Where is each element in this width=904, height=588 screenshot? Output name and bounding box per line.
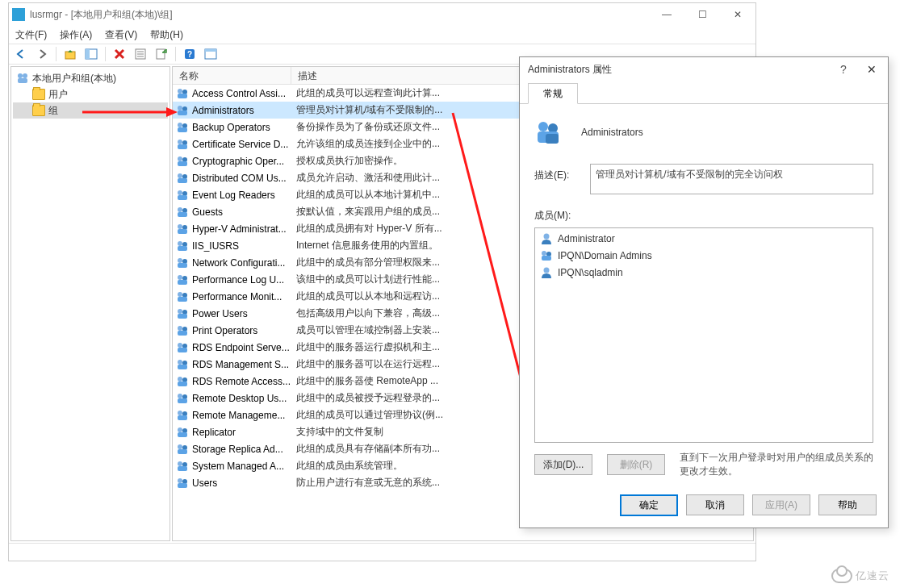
properties-button[interactable] [132,45,149,63]
group-icon [176,155,189,168]
group-name: Hyper-V Administrat... [192,223,287,235]
group-name: IIS_IUSRS [192,240,239,252]
group-icon [176,358,189,371]
svg-point-12 [18,73,23,78]
svg-rect-59 [178,331,187,336]
tree-groups[interactable]: 组 [13,102,168,119]
refresh-button[interactable] [202,45,220,63]
group-icon [176,290,189,303]
svg-rect-0 [65,52,75,59]
properties-dialog: Administrators 属性 ? ✕ 常规 Administrators … [519,56,889,528]
dialog-close-button[interactable]: ✕ [856,63,888,76]
apply-button[interactable]: 应用(A) [752,494,810,515]
tree-panel: 本地用户和组(本地) 用户 组 [10,66,170,541]
ok-button[interactable]: 确定 [620,494,678,516]
svg-rect-2 [86,49,90,59]
tree-users[interactable]: 用户 [13,86,168,102]
group-name: Power Users [192,308,248,319]
group-icon [176,87,189,100]
add-button[interactable]: 添加(D)... [534,454,592,475]
svg-point-27 [178,156,182,161]
remove-button[interactable]: 删除(R) [607,454,665,475]
svg-point-13 [23,73,27,78]
menu-help[interactable]: 帮助(H) [150,28,183,42]
group-icon [176,172,189,185]
group-name: RDS Management S... [192,359,289,370]
svg-rect-65 [178,365,187,369]
members-label: 成员(M): [534,209,873,223]
group-icon [176,223,189,236]
help-button[interactable]: ? [181,45,199,63]
up-button[interactable] [61,45,79,63]
group-icon [176,409,189,422]
group-icon [176,375,189,388]
tree-root[interactable]: 本地用户和组(本地) [13,70,168,86]
svg-rect-74 [178,415,187,420]
svg-point-57 [178,326,182,331]
svg-rect-56 [178,314,187,319]
svg-point-69 [178,394,182,398]
member-row[interactable]: Administrator [537,230,871,247]
cloud-icon [831,569,852,583]
svg-point-48 [178,275,182,280]
svg-rect-68 [178,382,187,386]
svg-point-72 [178,411,182,415]
group-icon [176,273,189,286]
group-name: Performance Monit... [192,291,282,302]
delete-button[interactable] [111,45,128,63]
minimize-button[interactable]: — [649,3,684,26]
member-name: Administrator [558,233,615,244]
menu-action[interactable]: 操作(A) [60,28,92,42]
folder-icon [32,89,45,100]
svg-rect-14 [18,78,27,83]
group-name: Backup Operators [192,122,270,133]
back-button[interactable] [12,45,30,63]
dialog-help-button[interactable]: ? [831,63,856,76]
svg-rect-100 [542,256,551,261]
tab-general[interactable]: 常规 [528,83,578,104]
svg-rect-32 [178,178,187,183]
export-button[interactable] [153,45,170,63]
group-name: RDS Endpoint Serve... [192,342,290,353]
svg-rect-62 [178,348,187,352]
group-name: Storage Replica Ad... [192,444,283,455]
folder-icon [32,105,45,116]
svg-point-75 [178,427,182,432]
svg-point-24 [178,140,182,144]
svg-rect-80 [178,449,187,454]
svg-rect-26 [178,144,187,149]
statusbar [9,543,755,561]
members-listbox[interactable]: AdministratorIPQN\Domain AdminsIPQN\sqla… [534,227,873,443]
group-icon [176,392,189,405]
tree-users-label: 用户 [48,88,68,102]
forward-button[interactable] [33,45,51,63]
group-name: Distributed COM Us... [192,173,287,184]
member-row[interactable]: IPQN\Domain Admins [537,247,871,264]
group-name: Event Log Readers [192,190,275,201]
group-name: Replicator [192,427,236,438]
tree-root-label: 本地用户和组(本地) [32,72,116,85]
show-hide-tree-button[interactable] [82,45,100,63]
group-icon [176,138,189,151]
group-name: RDS Remote Access... [192,376,291,387]
description-input[interactable]: 管理员对计算机/域有不受限制的完全访问权 [590,164,873,194]
member-row[interactable]: IPQN\sqladmin [537,264,871,281]
svg-point-78 [178,444,182,449]
group-name: Access Control Assi... [192,88,286,99]
group-name: Users [192,477,217,489]
menu-file[interactable]: 文件(F) [15,28,47,42]
svg-rect-20 [178,111,187,115]
close-button[interactable]: ✕ [720,3,755,26]
user-icon [540,232,553,245]
svg-point-60 [178,343,182,348]
svg-point-51 [178,292,182,297]
maximize-button[interactable]: ☐ [684,3,720,26]
cancel-button[interactable]: 取消 [686,494,744,515]
group-name: Remote Manageme... [192,410,285,421]
column-name[interactable]: 名称 [173,67,291,84]
member-name: IPQN\sqladmin [558,267,623,278]
group-icon [176,443,189,456]
help-button[interactable]: 帮助 [818,494,877,515]
titlebar: lusrmgr - [本地用户和组(本地)\组] — ☐ ✕ [9,3,755,26]
menu-view[interactable]: 查看(V) [105,28,137,42]
